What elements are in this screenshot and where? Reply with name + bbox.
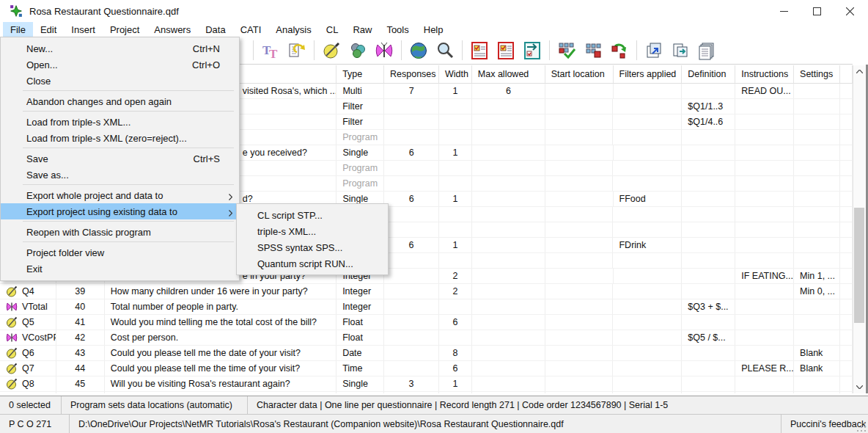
- file-menu-item-new[interactable]: New...Ctrl+N: [1, 40, 239, 57]
- variable-icon: [6, 301, 18, 313]
- menubar-item-file[interactable]: File: [3, 22, 33, 37]
- menubar-item-help[interactable]: Help: [416, 22, 451, 37]
- cell-q: Will you be visiting Rosa's restaurant a…: [105, 376, 336, 392]
- column-header-definition[interactable]: Definition: [682, 65, 735, 84]
- file-menu-item-open[interactable]: Open...Ctrl+O: [1, 57, 239, 73]
- column-header-instructions[interactable]: Instructions: [735, 65, 794, 84]
- cell-width: [439, 99, 472, 114]
- cell-instr: [735, 99, 794, 114]
- table-row[interactable]: VCostPP42Cost per person.Float$Q5 / $...: [0, 330, 853, 346]
- table-row[interactable]: Q439How many children under 16 were in y…: [0, 284, 853, 299]
- globe-icon[interactable]: [408, 40, 429, 61]
- butterfly-variable-icon[interactable]: [374, 40, 394, 61]
- cell-width: 2: [439, 269, 472, 284]
- reload-data-icon[interactable]: [609, 40, 630, 61]
- menubar-item-edit[interactable]: Edit: [33, 22, 64, 37]
- data-check-icon[interactable]: [556, 40, 577, 61]
- menubar-item-insert[interactable]: Insert: [64, 22, 103, 37]
- file-menu-item-save-as[interactable]: Save as...: [1, 167, 239, 183]
- export-question-icon[interactable]: [522, 40, 542, 61]
- menubar-item-answers[interactable]: Answers: [147, 22, 198, 37]
- file-menu-item-save[interactable]: SaveCtrl+S: [1, 150, 239, 167]
- menubar-item-cl[interactable]: CL: [319, 22, 346, 37]
- cell-type: Integer: [336, 299, 384, 315]
- column-header-type[interactable]: Type: [336, 65, 384, 84]
- menubar-item-tools[interactable]: Tools: [379, 22, 416, 37]
- vertical-scrollbar[interactable]: [853, 65, 865, 393]
- cell-filters: [614, 84, 683, 99]
- column-header-filters-applied[interactable]: Filters applied: [614, 65, 683, 84]
- open-window-icon[interactable]: [644, 40, 664, 61]
- cell-type: Multi: [336, 84, 384, 99]
- cell-fill: [840, 315, 853, 330]
- question-list-icon[interactable]: [469, 40, 490, 61]
- cell-width: 1: [439, 84, 472, 99]
- table-row[interactable]: Q541Would you mind telling me the total …: [0, 315, 853, 330]
- menubar-item-project[interactable]: Project: [103, 22, 147, 37]
- cell-def: [682, 192, 735, 207]
- minimize-button[interactable]: [768, 0, 801, 22]
- close-button[interactable]: [834, 0, 867, 22]
- file-menu-item-export-project-using-existing-data-to[interactable]: Export project using existing data to: [1, 203, 239, 219]
- submenu-item-triple-s-xml[interactable]: triple-s XML...: [237, 223, 388, 239]
- cell-instr: [735, 284, 794, 299]
- scroll-thumb[interactable]: [854, 208, 864, 323]
- fonts-icon[interactable]: TT: [260, 40, 281, 61]
- menu-separator: [23, 221, 234, 222]
- table-row[interactable]: Q744Could you please tell me the time of…: [0, 361, 853, 376]
- submenu-item-spss-syntax-sps[interactable]: SPSS syntax SPS...: [237, 239, 388, 255]
- cell-instr: [735, 376, 794, 392]
- menubar-item-analysis[interactable]: Analysis: [268, 22, 318, 37]
- file-menu-item-project-folder-view[interactable]: Project folder view: [1, 244, 239, 261]
- cell-resp: [384, 315, 439, 330]
- file-menu-item-load-from-triple-s-xml-zero-reject[interactable]: Load from triple-s XML (zero=reject)...: [1, 130, 239, 146]
- cell-type: Integer: [336, 284, 384, 299]
- cell-max: [472, 392, 545, 393]
- scroll-up-button[interactable]: [853, 65, 865, 78]
- table-row[interactable]: VTotal40Total number of people in party.…: [0, 299, 853, 315]
- cell-name: VTotal: [0, 299, 56, 315]
- cell-type: [336, 392, 384, 393]
- file-menu-item-export-whole-project-and-data-to[interactable]: Export whole project and data to: [1, 187, 239, 203]
- file-menu-item-load-from-triple-s-xml[interactable]: Load from triple-s XML...: [1, 114, 239, 130]
- file-menu-item-exit[interactable]: Exit: [1, 261, 239, 277]
- cell-filters: [613, 361, 682, 376]
- cell-type: Filter: [336, 99, 384, 114]
- scroll-down-button[interactable]: [853, 381, 865, 393]
- submenu-item-cl-script-stp[interactable]: CL script STP...: [237, 207, 388, 223]
- file-menu-item-abandon-changes-and-open-again[interactable]: Abandon changes and open again: [1, 93, 239, 109]
- menu-separator: [23, 148, 234, 148]
- column-header-max-allowed[interactable]: Max allowed: [472, 65, 545, 84]
- menubar-item-raw[interactable]: Raw: [345, 22, 379, 37]
- menubar-item-data[interactable]: Data: [198, 22, 232, 37]
- file-menu-item-reopen-with-classic-program[interactable]: Reopen with Classic program: [1, 224, 239, 240]
- column-header-settings[interactable]: Settings: [794, 65, 840, 84]
- submenu-item-quantum-script-run[interactable]: Quantum script RUN...: [237, 255, 388, 272]
- file-menu-item-close[interactable]: Close: [1, 73, 239, 89]
- cell-set: [794, 192, 840, 207]
- zoom-search-icon[interactable]: [435, 40, 455, 61]
- table-row[interactable]: [0, 392, 853, 393]
- table-row[interactable]: Q643Could you please tell me the date of…: [0, 346, 853, 361]
- stacked-documents-icon[interactable]: [696, 40, 717, 61]
- maximize-button[interactable]: [801, 0, 834, 22]
- cell-width: 1: [439, 376, 472, 392]
- refresh-document-icon[interactable]: [287, 40, 307, 61]
- status-section: Program sets data locations (automatic): [62, 396, 248, 414]
- resize-grip[interactable]: [857, 422, 867, 432]
- copy-document-icon[interactable]: [670, 40, 691, 61]
- cell-width: [439, 222, 472, 238]
- menubar-item-cati[interactable]: CATI: [233, 22, 269, 37]
- column-header-start-location[interactable]: Start location: [545, 65, 614, 84]
- app-icon[interactable]: [10, 4, 23, 18]
- question-ball-icon[interactable]: [321, 40, 342, 61]
- column-header-responses[interactable]: Responses: [384, 65, 439, 84]
- answer-circles-icon[interactable]: [347, 40, 368, 61]
- table-row[interactable]: Q845Will you be visiting Rosa's restaura…: [0, 376, 853, 392]
- column-header-hidden-12[interactable]: [840, 65, 853, 84]
- toolbar-separator: [314, 40, 315, 60]
- column-header-width[interactable]: Width: [439, 65, 472, 84]
- cell-loc: 39: [56, 284, 105, 299]
- question-list-alt-icon[interactable]: [496, 40, 516, 61]
- data-grid-icon[interactable]: [583, 40, 603, 61]
